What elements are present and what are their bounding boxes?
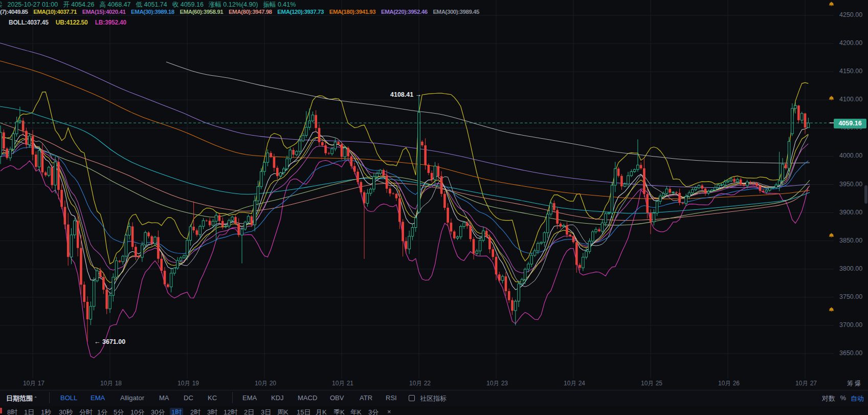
svg-text:4108.41 →: 4108.41 → — [390, 91, 421, 98]
svg-text:← 3671.00: ← 3671.00 — [94, 338, 125, 345]
